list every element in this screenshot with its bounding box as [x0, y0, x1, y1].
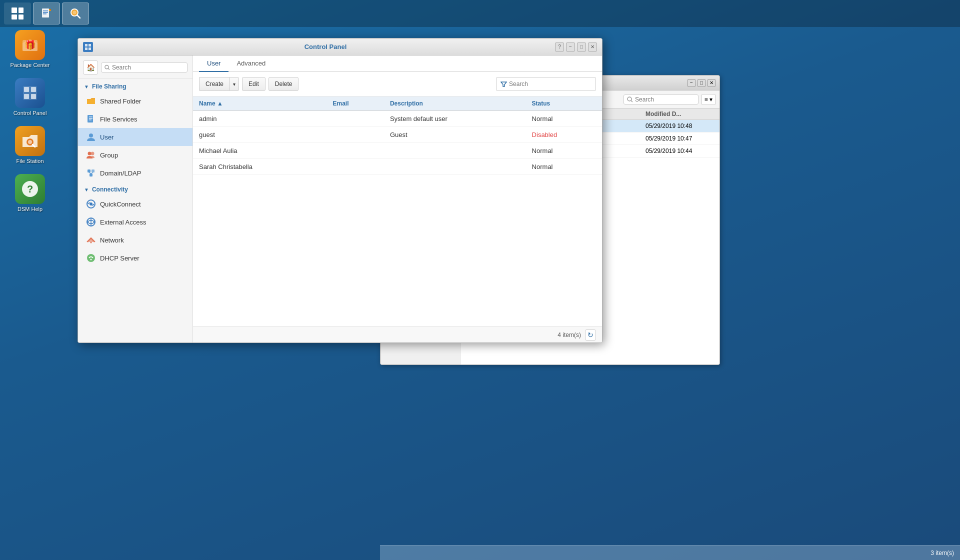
table-row[interactable]: Sarah Christabella Normal [193, 159, 602, 175]
network-icon [86, 235, 96, 245]
fs-close-button[interactable]: ✕ [708, 79, 716, 87]
fs-search-input[interactable] [635, 96, 695, 103]
user-email [326, 159, 384, 175]
sidebar-item-group[interactable]: Group [78, 146, 192, 164]
cp-table-header-row: Name ▲ Email Description Status [193, 96, 602, 111]
fs-maximize-button[interactable]: □ [698, 79, 706, 87]
col-status-header[interactable]: Status [526, 96, 602, 111]
svg-rect-32 [89, 120, 92, 120]
sidebar-item-domain-ldap[interactable]: Domain/LDAP [78, 164, 192, 182]
sidebar-item-quickconnect[interactable]: QuickConnect [78, 195, 192, 213]
cp-help-button[interactable]: ? [555, 42, 564, 52]
desktop-icon-dsm-help[interactable]: ? DSM Help [10, 174, 50, 212]
taskbar-doc-button[interactable] [33, 2, 60, 24]
col-description-header[interactable]: Description [384, 96, 526, 111]
cp-section-file-sharing[interactable]: ▼ File Sharing [78, 79, 192, 92]
cp-close-button[interactable]: ✕ [588, 42, 597, 52]
dhcp-server-label: DHCP Server [100, 254, 140, 262]
taskbar-search-button[interactable] [62, 2, 89, 24]
user-email [326, 143, 384, 159]
user-name: admin [193, 111, 326, 127]
file-services-label: File Services [100, 116, 137, 123]
cp-maximize-button[interactable]: □ [577, 42, 586, 52]
cp-user-table: Name ▲ Email Description Status admin Sy… [193, 96, 602, 175]
cp-filter-input[interactable] [509, 80, 592, 88]
quickconnect-icon [86, 199, 96, 209]
svg-point-34 [88, 152, 92, 156]
shared-folder-label: Shared Folder [100, 98, 141, 105]
edit-button[interactable]: Edit [242, 77, 266, 91]
fs-view-button[interactable]: ≡ ▾ [702, 94, 716, 105]
svg-rect-28 [87, 100, 95, 104]
cp-window-controls: ? − □ ✕ [555, 42, 597, 52]
desktop-icon-control-panel[interactable]: Control Panel [10, 78, 50, 116]
package-center-icon: 🎁 [15, 30, 45, 60]
svg-rect-30 [89, 116, 92, 118]
table-row[interactable]: Michael Aulia Normal [193, 143, 602, 159]
table-row[interactable]: guest Guest Disabled [193, 127, 602, 143]
cp-titlebar-icon [83, 42, 93, 52]
control-panel-icon [15, 78, 45, 108]
connectivity-label: Connectivity [92, 186, 128, 193]
create-button[interactable]: Create [199, 77, 230, 91]
network-label: Network [100, 236, 124, 244]
table-row[interactable]: admin System default user Normal [193, 111, 602, 127]
dsm-help-icon: ? [15, 174, 45, 204]
file-station-label: File Station [16, 158, 44, 164]
grid-icon [12, 8, 24, 20]
svg-rect-12 [31, 87, 36, 92]
user-label: User [100, 134, 114, 141]
cp-main: User Advanced Create ▾ Edit Delete [193, 56, 602, 342]
svg-point-6 [72, 10, 76, 14]
svg-point-46 [87, 254, 95, 262]
desktop-icon-package-center[interactable]: 🎁 Package Center [10, 30, 50, 68]
cp-section-connectivity[interactable]: ▼ Connectivity [78, 182, 192, 195]
sidebar-item-external-access[interactable]: External Access [78, 213, 192, 231]
svg-rect-13 [24, 94, 29, 99]
sidebar-item-user[interactable]: User [78, 128, 192, 146]
sidebar-item-shared-folder[interactable]: Shared Folder [78, 92, 192, 110]
sidebar-item-file-services[interactable]: File Services [78, 110, 192, 128]
user-status: Normal [526, 143, 602, 159]
svg-line-7 [77, 15, 80, 18]
fs-minimize-button[interactable]: − [688, 79, 696, 87]
user-status: Normal [526, 159, 602, 175]
user-name: Sarah Christabella [193, 159, 326, 175]
svg-rect-25 [88, 48, 91, 50]
desktop-icon-file-station[interactable]: File Station [10, 126, 50, 164]
cp-minimize-button[interactable]: − [566, 42, 575, 52]
package-center-label: Package Center [10, 62, 50, 68]
svg-rect-14 [31, 94, 36, 99]
sidebar-item-dhcp-server[interactable]: DHCP Server [78, 249, 192, 267]
user-status: Normal [526, 111, 602, 127]
create-dropdown-button[interactable]: ▾ [230, 77, 239, 91]
shared-folder-icon [86, 96, 96, 106]
cp-home-button[interactable]: 🏠 [83, 60, 98, 74]
domain-ldap-icon [86, 168, 96, 178]
external-access-icon [86, 217, 96, 227]
svg-line-21 [631, 100, 632, 102]
fs-search-box[interactable] [624, 94, 698, 104]
fs-search-icon [627, 96, 633, 102]
tab-user[interactable]: User [199, 56, 228, 72]
cp-toolbar: Create ▾ Edit Delete [193, 72, 602, 96]
refresh-button[interactable]: ↻ [585, 330, 596, 340]
cp-sidebar-search-input[interactable] [112, 64, 184, 71]
taskbar [0, 0, 960, 27]
user-description [384, 143, 526, 159]
svg-rect-11 [24, 87, 29, 92]
control-panel-label: Control Panel [14, 110, 47, 116]
taskbar-grid-button[interactable] [4, 2, 31, 24]
cp-sidebar-search-wrap[interactable] [101, 62, 188, 72]
svg-point-33 [89, 134, 93, 138]
col-email-header[interactable]: Email [326, 96, 384, 111]
tab-advanced[interactable]: Advanced [228, 56, 274, 72]
col-name-header[interactable]: Name ▲ [193, 96, 326, 111]
user-description: System default user [384, 111, 526, 127]
user-icon [86, 132, 96, 142]
sidebar-item-network[interactable]: Network [78, 231, 192, 249]
cp-filter-search-box[interactable] [496, 77, 596, 91]
dsm-help-label: DSM Help [18, 206, 42, 212]
fs-row-date: 05/29/2019 10:44 [646, 148, 716, 154]
delete-button[interactable]: Delete [268, 77, 299, 91]
